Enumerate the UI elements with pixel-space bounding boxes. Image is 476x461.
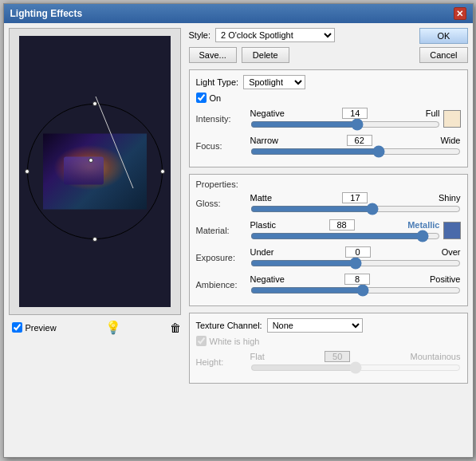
handle-top[interactable]	[92, 101, 97, 106]
intensity-slider-container: Negative Full	[250, 108, 440, 130]
ok-cancel-buttons: OK Cancel	[419, 28, 467, 63]
ambience-slider[interactable]	[250, 285, 461, 296]
texture-section: Texture Channel: None Red Green Blue Whi…	[189, 313, 468, 384]
ambience-min-label: Negative	[250, 274, 285, 284]
intensity-labels-row: Negative Full	[250, 108, 440, 119]
material-value-input[interactable]	[329, 219, 355, 230]
ambience-value-input[interactable]	[344, 274, 370, 285]
focus-row: Focus: Narrow Wide	[196, 135, 461, 157]
focus-label: Focus:	[196, 141, 250, 151]
intensity-color-swatch[interactable]	[443, 110, 461, 128]
material-slider-container: Plastic Metallic	[250, 219, 440, 242]
exposure-label: Exposure:	[196, 253, 250, 262]
exposure-slider[interactable]	[250, 258, 461, 269]
delete-light-icon[interactable]: 🗑	[170, 321, 181, 334]
material-slider[interactable]	[250, 230, 440, 242]
material-label: Material:	[196, 226, 250, 235]
handle-bottom[interactable]	[92, 237, 97, 242]
white-is-high-checkbox[interactable]	[196, 336, 207, 346]
save-delete-row: Save... Delete	[189, 47, 415, 63]
handle-center[interactable]	[89, 158, 93, 163]
gloss-slider-container: Matte Shiny	[250, 192, 461, 215]
exposure-value-input[interactable]	[345, 246, 371, 258]
focus-labels-row: Narrow Wide	[250, 135, 461, 146]
ambience-label: Ambience:	[196, 280, 250, 290]
texture-channel-select[interactable]: None Red Green Blue	[267, 318, 363, 333]
material-color-swatch[interactable]	[443, 222, 461, 239]
ok-button[interactable]: OK	[419, 28, 467, 44]
title-bar: Lighting Effects ✕	[4, 4, 473, 23]
height-min-label: Flat	[250, 352, 265, 361]
dialog-title: Lighting Effects	[10, 8, 83, 19]
white-is-high-row: White is high	[196, 336, 461, 346]
ambience-row: Ambience: Negative Positive	[196, 274, 461, 296]
focus-slider-container: Narrow Wide	[250, 135, 461, 157]
gloss-slider[interactable]	[250, 203, 461, 215]
on-checkbox[interactable]	[196, 93, 207, 103]
gloss-max-label: Shiny	[439, 193, 461, 203]
height-max-label: Mountainous	[411, 352, 461, 361]
style-row: Style: 2 O'clock Spotlight	[189, 28, 415, 42]
exposure-slider-container: Under Over	[250, 246, 461, 269]
preview-controls: Preview 💡 🗑	[9, 318, 184, 337]
focus-value-input[interactable]	[347, 135, 372, 146]
ambience-max-label: Positive	[430, 274, 461, 284]
focus-slider[interactable]	[250, 146, 461, 157]
intensity-slider[interactable]	[250, 119, 440, 130]
light-type-label: Light Type:	[196, 77, 239, 87]
preview-canvas	[9, 28, 181, 315]
gloss-min-label: Matte	[250, 193, 273, 203]
white-is-high-label: White is high	[210, 337, 260, 346]
ambience-slider-container: Negative Positive	[250, 274, 461, 296]
material-row: Material: Plastic Metallic	[196, 219, 461, 242]
lighting-effects-dialog: Lighting Effects ✕	[3, 3, 474, 458]
height-labels-row: Flat Mountainous	[250, 351, 461, 362]
handle-left[interactable]	[25, 169, 30, 174]
gloss-labels-row: Matte Shiny	[250, 192, 461, 203]
texture-channel-label: Texture Channel:	[196, 321, 262, 330]
left-panel: Preview 💡 🗑	[9, 28, 184, 452]
save-button[interactable]: Save...	[189, 47, 237, 63]
handle-right[interactable]	[160, 169, 165, 174]
style-controls: Style: 2 O'clock Spotlight Save... Delet…	[189, 28, 415, 63]
top-row: Style: 2 O'clock Spotlight Save... Delet…	[189, 28, 468, 63]
right-panel: Style: 2 O'clock Spotlight Save... Delet…	[189, 28, 468, 452]
intensity-min-label: Negative	[250, 108, 285, 118]
style-label: Style:	[189, 30, 211, 40]
material-min-label: Plastic	[250, 220, 276, 230]
light-bulb-icon[interactable]: 💡	[105, 320, 121, 335]
spotlight-circle	[27, 104, 163, 239]
focus-min-label: Narrow	[250, 136, 278, 145]
gloss-value-input[interactable]	[342, 192, 368, 203]
on-checkbox-row: On	[196, 93, 461, 103]
gloss-label: Gloss:	[196, 199, 250, 208]
gloss-row: Gloss: Matte Shiny	[196, 192, 461, 215]
height-label: Height:	[196, 357, 250, 367]
intensity-row: Intensity: Negative Full	[196, 108, 461, 130]
focus-max-label: Wide	[440, 136, 460, 145]
height-row: Height: Flat Mountainous	[196, 351, 461, 373]
height-slider	[250, 362, 461, 373]
properties-label: Properties:	[196, 179, 461, 189]
intensity-max-label: Full	[426, 108, 440, 118]
texture-channel-row: Texture Channel: None Red Green Blue	[196, 318, 461, 333]
height-value-input	[325, 351, 350, 362]
intensity-value-input[interactable]	[342, 108, 368, 119]
delete-button[interactable]: Delete	[242, 47, 289, 63]
material-max-label: Metallic	[407, 220, 439, 230]
preview-label[interactable]: Preview	[12, 322, 57, 333]
dialog-body: Preview 💡 🗑 Style: 2 O'clock Spotlight	[4, 23, 473, 457]
intensity-label: Intensity:	[196, 114, 250, 124]
close-button[interactable]: ✕	[454, 7, 466, 20]
exposure-row: Exposure: Under Over	[196, 246, 461, 269]
exposure-labels-row: Under Over	[250, 246, 461, 258]
exposure-max-label: Over	[442, 247, 461, 257]
light-type-section: Light Type: Spotlight Directional Omni O…	[189, 69, 468, 167]
height-slider-container: Flat Mountainous	[250, 351, 461, 373]
preview-checkbox[interactable]	[12, 322, 22, 333]
preview-text: Preview	[26, 323, 57, 333]
light-type-select[interactable]: Spotlight Directional Omni	[243, 75, 305, 89]
style-select[interactable]: 2 O'clock Spotlight	[215, 28, 335, 42]
light-type-row: Light Type: Spotlight Directional Omni	[196, 75, 461, 89]
cancel-button[interactable]: Cancel	[419, 47, 467, 63]
